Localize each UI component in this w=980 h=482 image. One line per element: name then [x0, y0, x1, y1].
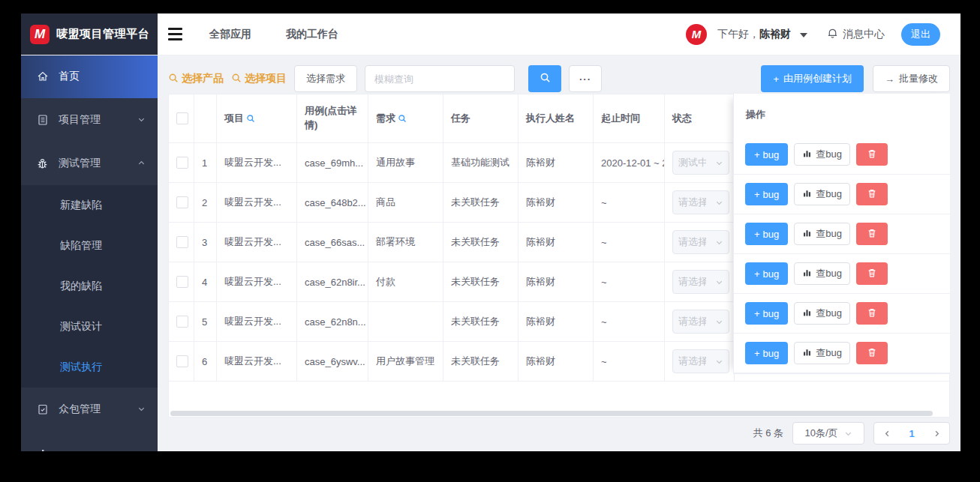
- status-select[interactable]: 请选择: [672, 349, 729, 373]
- screen: M 唛盟项目管理平台 全部应用 我的工作台 M 下午好，陈裕财 消息中心 退出: [0, 0, 980, 482]
- operations-row: + bug 查bug: [734, 334, 950, 373]
- usecase-cell[interactable]: case_6yswv...: [297, 342, 368, 381]
- view-bug-button[interactable]: 查bug: [794, 223, 850, 245]
- status-select[interactable]: 请选择: [672, 190, 729, 214]
- select-demand-button[interactable]: 选择需求: [294, 65, 357, 92]
- view-bug-button[interactable]: 查bug: [794, 302, 850, 325]
- status-select[interactable]: 测试中: [672, 151, 729, 175]
- create-plan-button[interactable]: + 由用例创建计划: [761, 65, 864, 92]
- row-checkbox[interactable]: [176, 276, 188, 288]
- owner-cell: 陈裕财: [519, 143, 594, 182]
- usecase-cell[interactable]: case_62n8n...: [297, 302, 368, 341]
- task-cell: 未关联任务: [443, 223, 519, 262]
- fuzzy-search-input[interactable]: [365, 65, 515, 92]
- add-bug-button[interactable]: + bug: [745, 262, 788, 285]
- sidebar-item-crowd-mgmt[interactable]: 众包管理: [21, 388, 158, 431]
- row-checkbox[interactable]: [176, 355, 188, 367]
- view-bug-button[interactable]: 查bug: [794, 183, 850, 205]
- sidebar-subitem[interactable]: 测试设计: [21, 307, 158, 347]
- requirement-cell: 用户故事管理: [368, 342, 443, 381]
- test-plan-table-card: 项目 用例(点击详情) 需求 任务 执行人姓名 起止时间 状态 1 唛盟云开发.…: [168, 94, 950, 418]
- requirement-cell: [368, 302, 443, 341]
- search-button[interactable]: [528, 65, 561, 92]
- usecase-cell[interactable]: case_62n8ir...: [297, 262, 368, 301]
- sidebar-subitem[interactable]: 新建缺陷: [21, 185, 158, 226]
- add-bug-button[interactable]: + bug: [745, 342, 788, 364]
- delete-button[interactable]: [856, 342, 888, 364]
- add-bug-button[interactable]: + bug: [745, 143, 788, 166]
- select-all-checkbox[interactable]: [176, 112, 188, 124]
- sidebar-item-label: 首页: [59, 70, 80, 83]
- header-status: 状态: [665, 94, 735, 143]
- horizontal-scrollbar[interactable]: [170, 411, 933, 416]
- chevron-down-icon: [715, 278, 723, 286]
- dates-cell: ~: [594, 302, 665, 341]
- header-usecase: 用例(点击详情): [297, 94, 368, 143]
- task-cell: 未关联任务: [443, 302, 519, 341]
- hamburger-menu-icon[interactable]: [168, 28, 182, 40]
- batch-edit-button[interactable]: → 批量修改: [873, 65, 950, 92]
- home-icon: [36, 70, 49, 83]
- row-checkbox[interactable]: [176, 316, 188, 328]
- chevron-right-icon: [933, 430, 941, 438]
- project-cell: 唛盟云开发...: [217, 302, 297, 341]
- prev-page-button[interactable]: [874, 430, 900, 438]
- delete-button[interactable]: [856, 262, 888, 285]
- chevron-down-icon[interactable]: [800, 33, 807, 37]
- page-size-select[interactable]: 10条/页: [792, 422, 864, 445]
- view-bug-button[interactable]: 查bug: [794, 262, 850, 285]
- view-bug-button[interactable]: 查bug: [794, 143, 850, 166]
- row-checkbox[interactable]: [176, 196, 188, 208]
- status-select[interactable]: 请选择: [672, 270, 729, 294]
- plus-icon: +: [754, 308, 760, 319]
- search-icon[interactable]: [246, 114, 255, 123]
- more-filters-button[interactable]: ···: [569, 65, 602, 92]
- nav-my-workbench[interactable]: 我的工作台: [286, 28, 338, 41]
- sidebar-subitem[interactable]: 缺陷管理: [21, 226, 158, 266]
- status-cell: 请选择: [665, 223, 735, 262]
- chevron-down-icon: [715, 159, 723, 167]
- status-cell: 请选择: [665, 302, 735, 341]
- sidebar-item-test-mgmt[interactable]: 测试管理: [21, 142, 158, 185]
- delete-button[interactable]: [856, 302, 888, 325]
- sidebar-item-project-mgmt[interactable]: 项目管理: [21, 98, 158, 142]
- add-bug-button[interactable]: + bug: [745, 302, 788, 325]
- user-greeting[interactable]: 下午好，陈裕财: [717, 28, 791, 41]
- sidebar-subitem[interactable]: 测试执行: [21, 347, 158, 388]
- search-icon[interactable]: [398, 114, 407, 123]
- requirement-cell: 商品: [368, 183, 443, 222]
- header-owner: 执行人姓名: [519, 94, 594, 143]
- delete-button[interactable]: [856, 183, 888, 205]
- row-checkbox[interactable]: [176, 236, 188, 248]
- message-center[interactable]: 消息中心: [827, 27, 885, 41]
- next-page-button[interactable]: [924, 430, 949, 438]
- operations-row: + bug 查bug: [734, 294, 950, 334]
- filter-toolbar: 选择产品 选择项目 选择需求 ··· + 由用例创建计划: [168, 65, 950, 92]
- add-bug-button[interactable]: + bug: [745, 183, 788, 205]
- select-project-link[interactable]: 选择项目: [231, 72, 287, 85]
- sidebar-item-partial[interactable]: [21, 431, 158, 451]
- usecase-cell[interactable]: case_66sas...: [297, 223, 368, 262]
- delete-button[interactable]: [856, 223, 888, 245]
- row-checkbox[interactable]: [176, 157, 188, 169]
- select-product-link[interactable]: 选择产品: [168, 72, 224, 85]
- sidebar-item-home[interactable]: 首页: [21, 55, 158, 98]
- nav-all-apps[interactable]: 全部应用: [209, 28, 251, 41]
- status-select[interactable]: 请选择: [672, 310, 729, 334]
- add-bug-button[interactable]: + bug: [745, 223, 788, 245]
- delete-button[interactable]: [856, 143, 888, 166]
- logout-button[interactable]: 退出: [901, 23, 940, 46]
- dates-cell: ~: [594, 223, 665, 262]
- sidebar-subitem[interactable]: 我的缺陷: [21, 266, 158, 307]
- usecase-cell[interactable]: case_648b2...: [297, 183, 368, 222]
- usecase-cell[interactable]: case_69mh...: [297, 143, 368, 182]
- dates-cell: ~: [594, 183, 665, 222]
- page-number[interactable]: 1: [900, 428, 924, 439]
- user-avatar[interactable]: M: [686, 24, 707, 45]
- header-index: [194, 94, 217, 143]
- view-bug-button[interactable]: 查bug: [794, 342, 850, 364]
- status-select[interactable]: 请选择: [672, 230, 729, 254]
- row-index: 2: [194, 183, 217, 222]
- bar-chart-icon: [802, 307, 812, 319]
- header-nav: 全部应用 我的工作台: [209, 28, 338, 41]
